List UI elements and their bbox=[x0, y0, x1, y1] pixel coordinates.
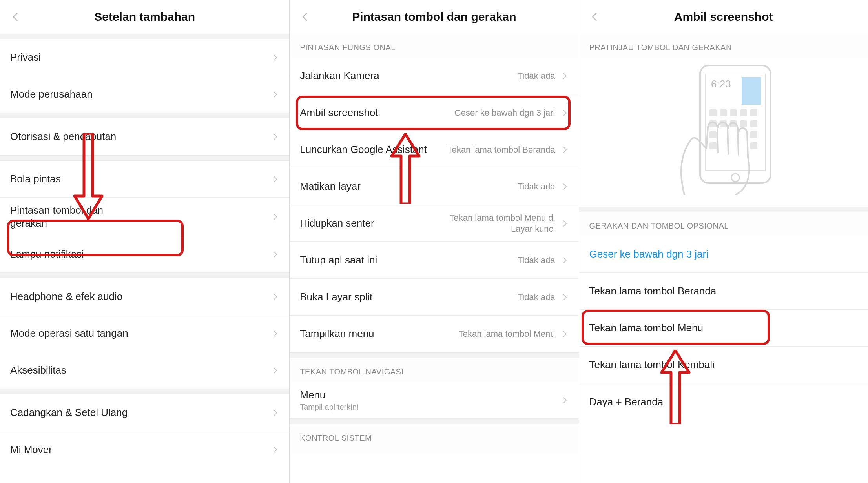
row-label: Menu bbox=[300, 389, 328, 401]
divider bbox=[290, 352, 578, 358]
row-label: Tekan lama tombol Menu bbox=[589, 321, 703, 334]
row-label: Hidupkan senter bbox=[300, 217, 374, 230]
gesture-preview-illustration: 6:23 bbox=[641, 62, 806, 195]
row-launch-camera[interactable]: Jalankan Kamera Tidak ada bbox=[290, 58, 578, 94]
row-privasi[interactable]: Privasi bbox=[0, 39, 289, 76]
row-label: Ambil screenshot bbox=[300, 106, 378, 119]
row-value: Tidak ada bbox=[518, 292, 555, 303]
row-aksesibilitas[interactable]: Aksesibilitas bbox=[0, 352, 289, 389]
row-option-power-home[interactable]: Daya + Beranda bbox=[579, 383, 868, 420]
chevron-right-icon bbox=[271, 293, 279, 301]
chevron-right-icon bbox=[271, 133, 279, 141]
row-pintasan-gerakan[interactable]: Pintasan tombol dan gerakan bbox=[0, 198, 289, 236]
chevron-right-icon bbox=[271, 409, 279, 417]
row-sublabel: Tampil apl terkini bbox=[300, 403, 358, 412]
row-label: Otorisasi & pencabutan bbox=[10, 130, 116, 143]
row-backup-reset[interactable]: Cadangkan & Setel Ulang bbox=[0, 394, 289, 431]
svg-rect-17 bbox=[750, 142, 757, 149]
row-option-long-press-home[interactable]: Tekan lama tombol Beranda bbox=[579, 273, 868, 310]
back-icon[interactable] bbox=[587, 9, 603, 25]
row-label: Bola pintas bbox=[10, 172, 61, 185]
back-icon[interactable] bbox=[8, 9, 24, 25]
row-headphone-audio[interactable]: Headphone & efek audio bbox=[0, 278, 289, 315]
row-google-assistant[interactable]: Luncurkan Google Assistant Tekan lama to… bbox=[290, 131, 578, 168]
row-otorisasi[interactable]: Otorisasi & pencabutan bbox=[0, 118, 289, 155]
row-label: Pintasan tombol dan gerakan bbox=[10, 204, 139, 229]
svg-rect-7 bbox=[740, 109, 747, 116]
screen-button-gesture-shortcuts: Pintasan tombol dan gerakan PINTASAN FUN… bbox=[289, 0, 578, 483]
row-value: Tidak ada bbox=[518, 71, 555, 82]
row-option-3finger-swipe[interactable]: Geser ke bawah dgn 3 jari bbox=[579, 236, 868, 273]
row-value: Tidak ada bbox=[518, 255, 555, 266]
row-take-screenshot[interactable]: Ambil screenshot Geser ke bawah dgn 3 ja… bbox=[290, 94, 578, 131]
chevron-right-icon bbox=[561, 183, 569, 191]
row-label: Headphone & efek audio bbox=[10, 290, 122, 303]
row-label: Matikan layar bbox=[300, 180, 361, 193]
row-lampu-notifikasi[interactable]: Lampu notifikasi bbox=[0, 236, 289, 273]
page-title: Pintasan tombol dan gerakan bbox=[317, 10, 551, 24]
divider bbox=[0, 34, 289, 39]
divider bbox=[579, 207, 868, 212]
svg-rect-8 bbox=[750, 109, 757, 116]
row-value: Tidak ada bbox=[518, 181, 555, 192]
svg-rect-6 bbox=[730, 109, 737, 116]
chevron-right-icon bbox=[271, 91, 279, 98]
row-label: Tampilkan menu bbox=[300, 327, 374, 340]
row-split-screen[interactable]: Buka Layar split Tidak ada bbox=[290, 279, 578, 316]
row-value: Geser ke bawah dgn 3 jari bbox=[454, 107, 555, 118]
divider bbox=[0, 273, 289, 278]
row-bola-pintas[interactable]: Bola pintas bbox=[0, 161, 289, 198]
row-nav-menu[interactable]: Menu Tampil apl terkini bbox=[290, 382, 578, 419]
row-label: Privasi bbox=[10, 51, 41, 64]
row-label: Jalankan Kamera bbox=[300, 69, 379, 82]
row-label: Luncurkan Google Assistant bbox=[300, 143, 427, 156]
row-show-menu[interactable]: Tampilkan menu Tekan lama tombol Menu bbox=[290, 316, 578, 352]
row-label: Mode perusahaan bbox=[10, 88, 93, 101]
chevron-right-icon bbox=[271, 213, 279, 221]
row-turn-off-screen[interactable]: Matikan layar Tidak ada bbox=[290, 168, 578, 205]
row-label: Geser ke bawah dgn 3 jari bbox=[589, 248, 709, 261]
row-label: Buka Layar split bbox=[300, 291, 372, 303]
screen-take-screenshot: Ambil screenshot PRATINJAU TOMBOL DAN GE… bbox=[579, 0, 868, 483]
row-mi-mover[interactable]: Mi Mover bbox=[0, 431, 289, 468]
divider bbox=[0, 113, 289, 118]
row-label: Tekan lama tombol Kembali bbox=[589, 358, 715, 371]
back-icon[interactable] bbox=[297, 9, 313, 25]
row-label: Mode operasi satu tangan bbox=[10, 327, 128, 340]
chevron-right-icon bbox=[271, 330, 279, 338]
section-header-functional: PINTASAN FUNGSIONAL bbox=[290, 34, 578, 58]
row-value: Tekan lama tombol Menu di Layar kunci bbox=[430, 212, 555, 234]
svg-point-2 bbox=[731, 174, 739, 182]
chevron-right-icon bbox=[561, 396, 569, 404]
svg-rect-15 bbox=[750, 131, 757, 138]
row-option-long-press-menu[interactable]: Tekan lama tombol Menu bbox=[579, 310, 868, 347]
svg-rect-14 bbox=[709, 131, 717, 138]
divider bbox=[0, 155, 289, 161]
section-header-navpress: TEKAN TOMBOL NAVIGASI bbox=[290, 358, 578, 382]
chevron-right-icon bbox=[271, 175, 279, 183]
svg-rect-3 bbox=[742, 77, 761, 105]
row-flashlight[interactable]: Hidupkan senter Tekan lama tombol Menu d… bbox=[290, 205, 578, 242]
header: Pintasan tombol dan gerakan bbox=[290, 0, 578, 34]
row-label: Tutup apl saat ini bbox=[300, 254, 377, 267]
header: Ambil screenshot bbox=[579, 0, 868, 34]
svg-rect-16 bbox=[709, 142, 717, 149]
chevron-right-icon bbox=[561, 109, 569, 117]
chevron-right-icon bbox=[561, 330, 569, 338]
row-close-current-app[interactable]: Tutup apl saat ini Tidak ada bbox=[290, 242, 578, 279]
page-title: Setelan tambahan bbox=[27, 10, 262, 24]
section-header-optional: GERAKAN DAN TOMBOL OPSIONAL bbox=[579, 212, 868, 236]
chevron-right-icon bbox=[271, 54, 279, 62]
chevron-right-icon bbox=[271, 446, 279, 454]
row-option-long-press-back[interactable]: Tekan lama tombol Kembali bbox=[579, 347, 868, 383]
chevron-right-icon bbox=[561, 293, 569, 301]
svg-rect-5 bbox=[720, 109, 727, 116]
row-label: Daya + Beranda bbox=[589, 396, 664, 409]
row-one-hand[interactable]: Mode operasi satu tangan bbox=[0, 315, 289, 352]
row-value: Tekan lama tombol Beranda bbox=[448, 144, 555, 155]
divider bbox=[290, 419, 578, 424]
header: Setelan tambahan bbox=[0, 0, 289, 34]
chevron-right-icon bbox=[561, 146, 569, 154]
preview-clock-text: 6:23 bbox=[711, 78, 731, 90]
row-mode-perusahaan[interactable]: Mode perusahaan bbox=[0, 76, 289, 113]
